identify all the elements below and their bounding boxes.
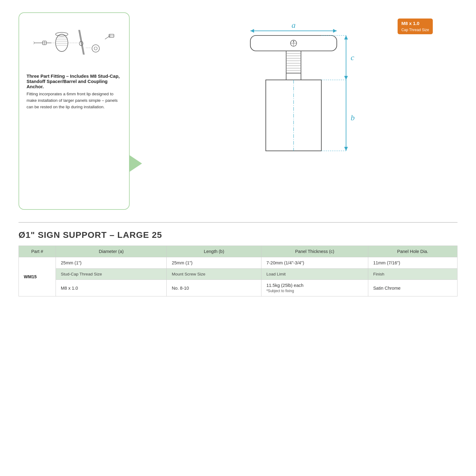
svg-point-19 <box>92 45 99 52</box>
svg-marker-49 <box>344 35 348 39</box>
specs-table: Part # Diameter (a) Length (b) Panel Thi… <box>19 246 457 296</box>
arrow-connector <box>129 155 142 172</box>
col-header-dia: Diameter (a) <box>56 246 167 257</box>
cell-stud-val: M8 x 1.0 <box>56 280 167 296</box>
info-box-title: Three Part Fitting – Includes M8 Stud-Ca… <box>27 73 122 89</box>
subheader-load: Load Limit <box>261 269 368 280</box>
cell-load-val: 11.5kg (25lb) each *Subject to fixing <box>261 280 368 296</box>
info-box: Three Part Fitting – Includes M8 Stud-Ca… <box>19 12 130 210</box>
table-row-main: WM15 25mm (1") 25mm (1") 7-20mm (1/4"-3/… <box>19 257 457 269</box>
svg-rect-36 <box>286 51 301 73</box>
subheader-stud: Stud-Cap Thread Size <box>56 269 167 280</box>
cell-mount-val: No. 8-10 <box>167 280 261 296</box>
diagram-container: M8 x 1.0 Cap Thread Size a <box>148 12 457 210</box>
svg-point-20 <box>94 47 97 50</box>
svg-text:b: b <box>351 113 355 122</box>
product-title: Ø1" SIGN SUPPORT – LARGE 25 <box>19 230 457 240</box>
exploded-diagram <box>27 19 122 68</box>
info-box-text2: Fitting incorporates a 6mm front lip des… <box>27 91 122 110</box>
top-section: Three Part Fitting – Includes M8 Stud-Ca… <box>19 12 457 210</box>
svg-point-7 <box>56 34 68 52</box>
cell-hole-dia: 11mm (7/16") <box>368 257 457 269</box>
col-header-hole: Panel Hole Dia. <box>368 246 457 257</box>
table-row-values: M8 x 1.0 No. 8-10 11.5kg (25lb) each *Su… <box>19 280 457 296</box>
col-header-len: Length (b) <box>167 246 261 257</box>
thread-size-badge: M8 x 1.0 Cap Thread Size <box>398 19 433 34</box>
svg-marker-53 <box>344 147 348 151</box>
svg-line-16 <box>80 30 84 55</box>
col-header-panel: Panel Thickness (c) <box>261 246 368 257</box>
cell-finish-val: Satin Chrome <box>368 280 457 296</box>
cell-panel-thickness: 7-20mm (1/4"-3/4") <box>261 257 368 269</box>
subheader-mount: Mount Screw Size <box>167 269 261 280</box>
table-row-subheaders: Stud-Cap Thread Size Mount Screw Size Lo… <box>19 269 457 280</box>
exploded-svg <box>31 21 117 67</box>
svg-rect-45 <box>286 73 301 80</box>
load-subnote: *Subject to fixing <box>266 289 363 293</box>
svg-marker-27 <box>250 29 254 33</box>
cell-length: 25mm (1") <box>167 257 261 269</box>
svg-text:c: c <box>351 53 354 62</box>
cell-diameter: 25mm (1") <box>56 257 167 269</box>
svg-text:a: a <box>292 21 296 30</box>
svg-marker-28 <box>333 29 337 33</box>
subheader-finish: Finish <box>368 269 457 280</box>
svg-marker-50 <box>344 76 348 80</box>
col-header-part: Part # <box>19 246 56 257</box>
technical-diagram-svg: a <box>226 19 380 210</box>
bottom-section: Ø1" SIGN SUPPORT – LARGE 25 Part # Diame… <box>19 222 457 296</box>
part-number-cell: WM15 <box>19 257 56 296</box>
